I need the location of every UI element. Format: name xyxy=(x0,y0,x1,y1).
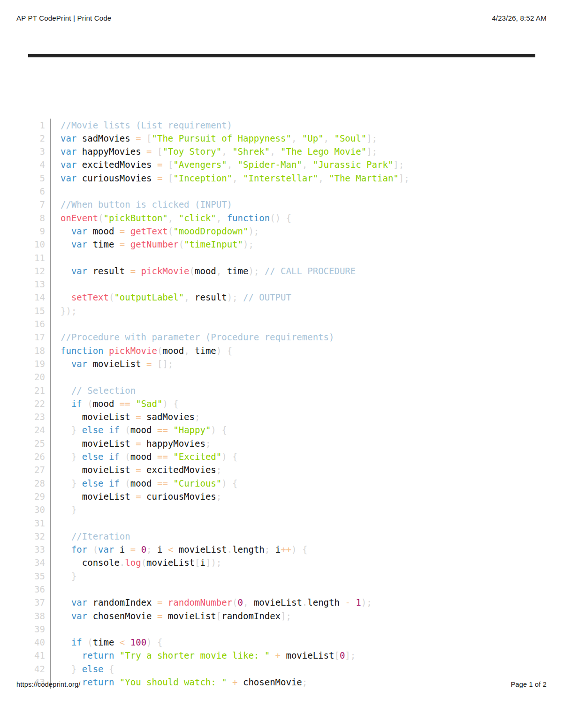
code-token-str: "Happy" xyxy=(173,425,211,435)
code-line: 36 xyxy=(28,583,410,596)
code-token-id: sadMovies xyxy=(146,412,195,422)
code-token-pun: ( xyxy=(168,226,173,236)
code-token-id: happyMovies xyxy=(82,146,146,157)
code-token-str: "pickButton" xyxy=(104,213,168,223)
code-text: movieList = curiousMovies; xyxy=(50,490,221,503)
code-token-str: "Interstellar" xyxy=(243,173,318,183)
code-line: 38 var chosenMovie = movieList[randomInd… xyxy=(28,609,410,623)
line-number: 3 xyxy=(28,145,50,158)
code-text: for (var i = 0; i < movieList.length; i+… xyxy=(50,543,307,556)
code-line: 14 setText("outputLabel", result); // OU… xyxy=(28,291,410,304)
code-text xyxy=(50,251,66,264)
code-token-kw: for xyxy=(61,544,93,555)
code-text: var chosenMovie = movieList[randomIndex]… xyxy=(50,609,291,623)
code-token-pun: . xyxy=(227,544,232,555)
code-token-pun: ( xyxy=(109,292,114,302)
line-number: 17 xyxy=(28,330,50,344)
code-text: var randomIndex = randomNumber(0, movieL… xyxy=(50,596,372,609)
code-token-id: movieList xyxy=(61,412,136,422)
code-token-id: movieList xyxy=(146,557,195,568)
code-line: 31 xyxy=(28,517,410,530)
code-token-fn: pickMovie xyxy=(141,266,190,276)
code-token-op: == xyxy=(157,425,173,435)
line-number: 28 xyxy=(28,477,50,490)
code-token-pun: ( xyxy=(125,478,130,488)
line-number: 31 xyxy=(28,517,50,530)
code-text: // Selection xyxy=(50,384,136,397)
code-token-pun: [ xyxy=(216,611,221,621)
code-text: movieList = sadMovies; xyxy=(50,410,200,423)
code-token-pun: ); xyxy=(227,292,243,302)
print-header-title: AP PT CodePrint | Print Code xyxy=(16,14,111,22)
code-line: 5var curiousMovies = ["Inception", "Inte… xyxy=(28,172,410,185)
code-line: 8onEvent("pickButton", "click", function… xyxy=(28,211,410,225)
code-token-str: "outputLabel" xyxy=(114,292,184,302)
code-token-kw: function xyxy=(227,213,270,223)
code-text: //Procedure with parameter (Procedure re… xyxy=(50,330,334,344)
code-token-pun: } xyxy=(61,571,76,581)
code-token-pun: ) { xyxy=(221,478,237,488)
code-token-id: randomIndex xyxy=(93,597,157,608)
code-token-id: i xyxy=(275,544,281,555)
code-token-kw: var xyxy=(61,159,82,170)
code-token-op: ++ xyxy=(281,544,291,555)
line-number: 9 xyxy=(28,225,50,238)
code-token-op: < xyxy=(168,544,179,555)
code-token-op: < xyxy=(120,637,130,647)
code-token-pun: . xyxy=(120,557,125,568)
code-token-pun: ]; xyxy=(366,146,377,157)
code-token-str: "Up" xyxy=(302,133,324,143)
code-token-op: = xyxy=(157,611,168,621)
code-line: 2var sadMovies = ["The Pursuit of Happyn… xyxy=(28,132,410,145)
line-number: 32 xyxy=(28,530,50,543)
code-line: 30 } xyxy=(28,503,410,516)
code-token-fn: pickMovie xyxy=(109,345,157,356)
code-token-pun: ); xyxy=(248,266,264,276)
code-token-pun: [ xyxy=(168,173,173,183)
code-token-op: = xyxy=(146,359,157,369)
code-text: } else { xyxy=(50,662,114,675)
code-line: 3var happyMovies = ["Toy Story", "Shrek"… xyxy=(28,145,410,158)
code-token-pun: ( xyxy=(141,557,146,568)
code-token-op: = xyxy=(136,133,146,143)
code-text: var movieList = []; xyxy=(50,357,173,370)
code-token-id: console xyxy=(61,557,120,568)
line-number: 4 xyxy=(28,158,50,171)
code-token-pun: ( xyxy=(98,213,103,223)
code-token-pun: ; xyxy=(216,491,221,502)
code-line: 29 movieList = curiousMovies; xyxy=(28,490,410,503)
code-token-pun: ]; xyxy=(345,650,356,660)
code-token-kw: if xyxy=(61,398,87,409)
code-token-pun: [ xyxy=(195,557,200,568)
line-number: 22 xyxy=(28,397,50,410)
line-number: 10 xyxy=(28,238,50,251)
code-token-pun: . xyxy=(302,597,307,608)
code-token-id: movieList xyxy=(286,650,334,660)
code-text: if (time < 100) { xyxy=(50,636,162,649)
code-line: 16 xyxy=(28,317,410,330)
code-token-pun: [ xyxy=(334,650,339,660)
code-line: 23 movieList = sadMovies; xyxy=(28,410,410,423)
line-number: 38 xyxy=(28,609,50,623)
line-number: 12 xyxy=(28,264,50,278)
line-number: 35 xyxy=(28,570,50,583)
code-text: } else if (mood == "Curious") { xyxy=(50,477,238,490)
code-token-id: excitedMovies xyxy=(146,465,216,475)
code-token-kw: return xyxy=(61,650,120,660)
code-token-kw: else if xyxy=(82,451,125,462)
code-text: //Movie lists (List requirement) xyxy=(50,119,232,132)
code-token-pun: ) { xyxy=(291,544,307,555)
code-line: 21 // Selection xyxy=(28,384,410,397)
code-token-com: //When button is clicked (INPUT) xyxy=(61,199,232,210)
line-number: 23 xyxy=(28,410,50,423)
code-token-pun: , xyxy=(168,213,179,223)
page-top-rule xyxy=(28,54,535,57)
code-text: }); xyxy=(50,304,76,317)
code-text: var excitedMovies = ["Avengers", "Spider… xyxy=(50,158,404,171)
code-token-id: result xyxy=(195,292,227,302)
code-line: 40 if (time < 100) { xyxy=(28,636,410,649)
code-text: var result = pickMovie(mood, time); // C… xyxy=(50,264,356,278)
code-token-kw: else xyxy=(82,664,109,674)
code-token-pun: ; xyxy=(265,544,275,555)
code-line: 19 var movieList = []; xyxy=(28,357,410,370)
